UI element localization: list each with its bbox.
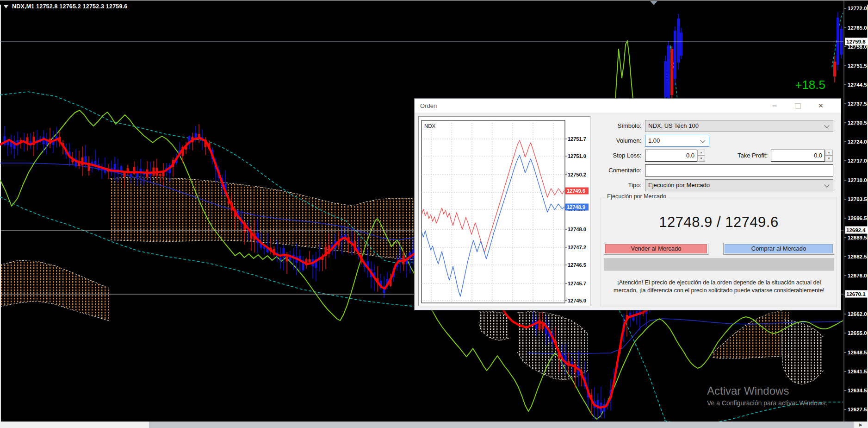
floating-profit: +18.5 <box>795 78 825 92</box>
axis-price-label: 12765.0 <box>848 25 867 31</box>
buy-market-button[interactable]: Comprar al Mercado <box>723 243 834 255</box>
ichimoku-cloud <box>479 311 509 340</box>
svg-text:12759.6: 12759.6 <box>846 39 866 44</box>
volume-select[interactable]: 1.00 <box>645 135 709 147</box>
indicator-line-green_spike <box>615 41 633 99</box>
tick-axis-label: 12750.2 <box>568 172 586 177</box>
close-button[interactable]: × <box>811 99 831 113</box>
activate-windows-watermark: Activar Windows Ve a Configuración para … <box>707 384 827 407</box>
axis-price-label: 12662.0 <box>848 311 867 317</box>
axis-price-label: 12682.5 <box>848 254 867 259</box>
symbol-ohlc-header: NDX,M1 12752.8 12765.2 12752.3 12759.6 <box>4 3 127 10</box>
ohlc-text: NDX,M1 12752.8 12765.2 12752.3 12759.6 <box>12 3 127 10</box>
axis-price-label: 12627.5 <box>848 407 867 412</box>
price-axis: 12772.012765.012758.012751.512744.512737… <box>844 0 868 422</box>
spin-down-icon[interactable]: ▼ <box>697 156 705 162</box>
spin-down-icon[interactable]: ▼ <box>825 156 833 162</box>
execution-warning-text: ¡Atención! El precio de ejecución de la … <box>607 279 831 295</box>
svg-text:12748.9: 12748.9 <box>567 204 585 210</box>
comment-label: Comentario: <box>601 167 641 174</box>
buy-button-label: Comprar al Mercado <box>725 244 833 253</box>
symbol-select[interactable]: NDX, US Tech 100 <box>645 120 833 132</box>
chart-shift-marker-icon[interactable] <box>650 1 657 5</box>
chevron-down-icon <box>824 123 829 128</box>
svg-text:12670.1: 12670.1 <box>846 291 866 297</box>
scrollbar-thumb[interactable] <box>149 422 854 428</box>
axis-price-label: 12717.0 <box>848 158 867 164</box>
stoploss-stepper[interactable]: ▲ ▼ <box>697 150 705 162</box>
tick-axis-label: 12746.5 <box>568 262 586 268</box>
tick-chart-panel: 12751.712751.012750.212749.512748.712748… <box>418 116 590 306</box>
sell-button-label: Vender al Mercado <box>605 244 707 253</box>
tick-axis-label: 12745.7 <box>568 281 586 286</box>
indicator-line-cyan_right_steep <box>619 310 666 422</box>
ichimoku-cloud <box>782 320 824 384</box>
symbol-value: NDX, US Tech 100 <box>648 122 699 129</box>
axis-price-label: 12634.5 <box>848 388 867 393</box>
chevron-down-icon <box>824 182 829 187</box>
tick-axis-label: 12751.0 <box>568 153 586 159</box>
svg-text:12692.4: 12692.4 <box>846 227 866 233</box>
stoploss-label: Stop Loss: <box>601 152 641 159</box>
axis-price-label: 12689.5 <box>848 235 867 240</box>
takeprofit-stepper[interactable]: ▲ ▼ <box>825 150 833 162</box>
type-select[interactable]: Ejecución por Mercado <box>645 179 833 191</box>
tick-axis-label: 12745.0 <box>568 298 586 303</box>
maximize-icon <box>795 103 801 109</box>
tick-axis-label: 12748.0 <box>568 227 586 232</box>
bid-ask-price: 12748.9 / 12749.6 <box>601 214 837 231</box>
symbol-label: Símbolo: <box>601 122 641 129</box>
type-value: Ejecución por Mercado <box>648 182 710 189</box>
axis-price-label: 12724.0 <box>848 139 867 145</box>
maximize-button <box>788 99 807 113</box>
axis-price-label: 12641.5 <box>848 369 867 374</box>
watermark-subtitle: Ve a Configuración para activar Windows. <box>707 399 827 407</box>
scrollbar-right-arrow-icon[interactable]: ▶ <box>854 422 868 428</box>
tick-axis-label: 12747.2 <box>568 245 586 250</box>
tick-axis-label: 12751.7 <box>568 136 586 142</box>
watermark-title: Activar Windows <box>707 384 827 397</box>
axis-price-label: 12737.5 <box>848 101 867 107</box>
axis-price-label: 12648.5 <box>848 350 867 355</box>
axis-price-label: 12710.0 <box>848 177 867 183</box>
metatrader-window: 12772.012765.012758.012751.512744.512737… <box>0 0 868 428</box>
ichimoku-cloud <box>0 260 109 321</box>
axis-price-label: 12676.0 <box>848 273 867 278</box>
volume-value: 1.00 <box>648 137 660 144</box>
execution-progress-bar <box>604 258 834 271</box>
svg-text:12749.6: 12749.6 <box>567 188 585 194</box>
minimize-button[interactable]: – <box>765 99 784 113</box>
takeprofit-input[interactable]: 0.0 <box>771 150 825 162</box>
axis-price-label: 12751.5 <box>848 63 867 69</box>
takeprofit-label: Take Profit: <box>711 152 768 159</box>
sell-market-button[interactable]: Vender al Mercado <box>604 243 708 255</box>
tick-chart-symbol: NDX <box>424 123 436 129</box>
horizontal-scrollbar[interactable]: ▶ <box>0 422 868 428</box>
stoploss-input[interactable]: 0.0 <box>645 150 697 162</box>
dialog-titlebar[interactable]: Orden – × <box>415 99 841 113</box>
axis-price-label: 12696.5 <box>848 215 867 221</box>
execution-groupbox: Ejecución por Mercado 12748.9 / 12749.6 … <box>601 197 837 307</box>
groupbox-label: Ejecución por Mercado <box>605 193 669 200</box>
dialog-title: Orden <box>420 102 437 109</box>
axis-price-label: 12703.5 <box>848 196 867 202</box>
volume-label: Volumen: <box>601 137 641 144</box>
chevron-down-icon <box>700 138 705 143</box>
axis-price-label: 12655.0 <box>848 330 867 336</box>
axis-price-label: 12772.0 <box>848 6 867 11</box>
tick-chart: 12751.712751.012750.212749.512748.712748… <box>419 117 589 305</box>
type-label: Tipo: <box>601 182 641 189</box>
comment-input[interactable] <box>645 164 833 176</box>
axis-price-label: 12744.5 <box>848 82 867 88</box>
spin-up-icon[interactable]: ▲ <box>697 150 705 156</box>
symbol-dropdown-icon[interactable] <box>4 5 8 8</box>
axis-price-label: 12730.5 <box>848 120 867 126</box>
order-dialog: Orden – × 12751.712751.012750.212749.512… <box>414 98 841 310</box>
spin-up-icon[interactable]: ▲ <box>825 150 833 156</box>
